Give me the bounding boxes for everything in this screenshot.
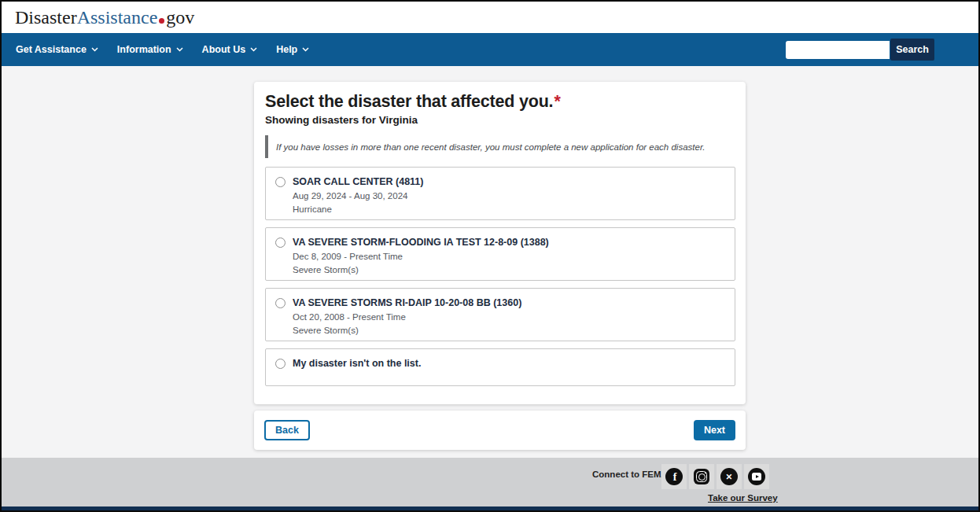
search-button[interactable]: Search	[890, 39, 934, 61]
social-links: f ✕	[661, 464, 769, 489]
site-footer: Connect to FEMA f ✕ Take our Survey	[2, 458, 978, 506]
radio-button[interactable]	[275, 177, 286, 187]
radio-button[interactable]	[275, 238, 286, 248]
logo-text-assistance: Assistance	[77, 7, 158, 28]
logo-text-gov: gov	[166, 7, 194, 28]
connect-to-fema-label: Connect to FEMA	[592, 470, 668, 479]
next-button[interactable]: Next	[694, 420, 735, 440]
option-type: Severe Storm(s)	[293, 326, 521, 335]
option-dates: Dec 8, 2009 - Present Time	[293, 252, 549, 261]
nav-item-get-assistance[interactable]: Get Assistance	[16, 44, 98, 55]
primary-nav: Get Assistance Information About Us Help…	[2, 33, 978, 66]
disaster-option-1388[interactable]: VA SEVERE STORM-FLOODING IA TEST 12-8-09…	[265, 227, 735, 281]
x-icon: ✕	[720, 468, 738, 485]
nav-item-help[interactable]: Help	[276, 44, 309, 55]
youtube-icon	[748, 468, 765, 485]
x-link[interactable]: ✕	[717, 464, 742, 489]
nav-item-label: About Us	[202, 44, 246, 55]
nav-item-about-us[interactable]: About Us	[202, 44, 258, 55]
site-logo[interactable]: DisasterAssistancegov	[15, 7, 194, 28]
chevron-down-icon	[250, 47, 257, 52]
youtube-link[interactable]	[744, 464, 769, 489]
nav-item-label: Information	[117, 44, 171, 55]
logo-dot-icon	[159, 18, 164, 24]
radio-button[interactable]	[275, 359, 286, 369]
search-bar: Search	[786, 39, 934, 61]
chevron-down-icon	[302, 47, 309, 52]
page-title-text: Select the disaster that affected you.	[265, 92, 553, 111]
chevron-down-icon	[176, 47, 183, 52]
main-content: Select the disaster that affected you.* …	[254, 82, 746, 450]
back-button[interactable]: Back	[264, 420, 310, 440]
question-card: Select the disaster that affected you.* …	[254, 82, 746, 404]
option-type: Severe Storm(s)	[293, 265, 549, 274]
search-input[interactable]	[786, 41, 890, 59]
nav-item-information[interactable]: Information	[117, 44, 183, 55]
option-dates: Oct 20, 2008 - Present Time	[293, 312, 521, 322]
facebook-icon: f	[665, 468, 683, 485]
disaster-option-not-listed[interactable]: My disaster isn't on the list.	[265, 348, 735, 386]
nav-item-label: Help	[276, 44, 297, 55]
survey-link[interactable]: Take our Survey	[708, 493, 778, 503]
chevron-down-icon	[91, 47, 98, 52]
info-note: If you have losses in more than one rece…	[265, 135, 735, 158]
required-marker: *	[554, 92, 560, 111]
option-title: VA SEVERE STORMS RI-DAIP 10-20-08 BB (13…	[293, 297, 521, 308]
disaster-option-1360[interactable]: VA SEVERE STORMS RI-DAIP 10-20-08 BB (13…	[265, 288, 735, 341]
logo-text-disaster: Disaster	[15, 7, 77, 28]
option-title: VA SEVERE STORM-FLOODING IA TEST 12-8-09…	[293, 237, 549, 248]
nav-item-label: Get Assistance	[16, 44, 87, 55]
instagram-icon	[694, 469, 709, 484]
page-title: Select the disaster that affected you.*	[265, 92, 735, 112]
bottom-strip	[2, 506, 978, 510]
option-title: My disaster isn't on the list.	[293, 358, 421, 369]
facebook-link[interactable]: f	[661, 464, 687, 489]
browser-viewport: DisasterAssistancegov Get Assistance Inf…	[0, 0, 980, 512]
site-header: DisasterAssistancegov	[2, 2, 978, 33]
info-note-text: If you have losses in more than one rece…	[276, 142, 705, 152]
actions-card: Back Next	[254, 411, 746, 450]
option-dates: Aug 29, 2024 - Aug 30, 2024	[293, 191, 423, 201]
option-title: SOAR CALL CENTER (4811)	[293, 176, 423, 187]
radio-button[interactable]	[275, 298, 286, 308]
nav-menu: Get Assistance Information About Us Help	[16, 44, 309, 55]
instagram-link[interactable]	[689, 464, 714, 489]
state-subheading: Showing disasters for Virginia	[265, 114, 735, 126]
option-type: Hurricane	[293, 204, 423, 214]
disaster-option-4811[interactable]: SOAR CALL CENTER (4811) Aug 29, 2024 - A…	[265, 167, 735, 220]
disaster-options-list: SOAR CALL CENTER (4811) Aug 29, 2024 - A…	[265, 167, 735, 386]
